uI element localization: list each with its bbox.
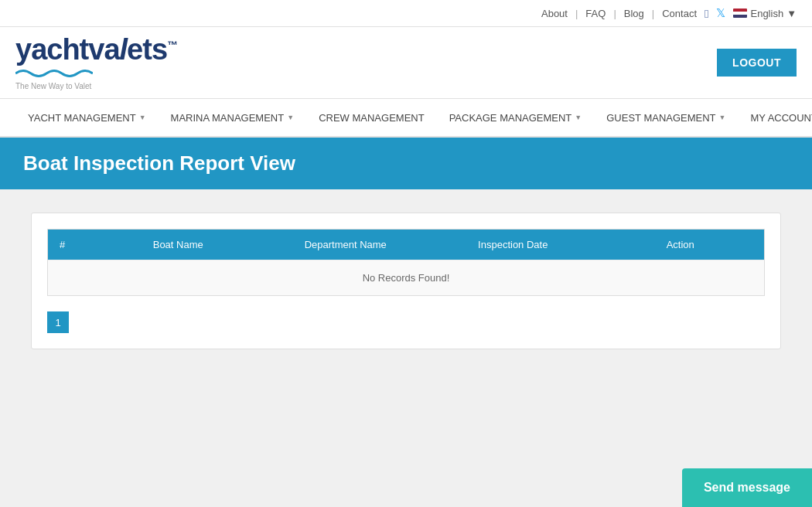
top-bar: About | FAQ | Blog | Contact  𝕏 English… (0, 0, 812, 27)
chevron-down-icon: ▼ (139, 114, 146, 121)
nav-yacht-management[interactable]: YACHT MANAGEMENT ▼ (15, 99, 159, 138)
chevron-down-icon: ▼ (786, 8, 797, 19)
nav-my-account[interactable]: MY ACCOUNT ▼ (739, 99, 813, 138)
send-message-button[interactable]: Send message (682, 468, 812, 507)
flag-icon (733, 9, 747, 18)
col-boat-name: Boat Name (94, 230, 262, 260)
logo[interactable]: yachtvalets™ The New Way to Valet (15, 35, 177, 90)
chevron-down-icon: ▼ (719, 114, 726, 121)
content-area: # Boat Name Department Name Inspection D… (0, 189, 812, 498)
logo-wave (15, 66, 93, 81)
inspection-table-wrapper: # Boat Name Department Name Inspection D… (47, 229, 765, 296)
page-title-bar: Boat Inspection Report View (0, 138, 812, 189)
page-title: Boat Inspection Report View (23, 151, 789, 175)
language-label: English (750, 8, 783, 19)
blog-link[interactable]: Blog (624, 8, 644, 19)
logout-button[interactable]: LOGOUT (717, 49, 797, 77)
col-action: Action (597, 230, 765, 260)
pagination: 1 (47, 311, 765, 333)
main-card: # Boat Name Department Name Inspection D… (31, 213, 781, 349)
empty-row: No Records Found! (48, 260, 764, 296)
facebook-icon[interactable]:  (705, 7, 708, 20)
col-inspection-date: Inspection Date (429, 230, 597, 260)
twitter-icon[interactable]: 𝕏 (716, 6, 725, 20)
divider-1: | (575, 8, 578, 19)
nav-package-management[interactable]: PACKAGE MANAGEMENT ▼ (437, 99, 595, 138)
col-number: # (48, 230, 94, 260)
faq-link[interactable]: FAQ (585, 8, 606, 19)
logo-tagline: The New Way to Valet (15, 82, 177, 90)
chevron-down-icon: ▼ (575, 114, 582, 121)
inspection-table: # Boat Name Department Name Inspection D… (48, 230, 764, 295)
page-1-button[interactable]: 1 (47, 311, 69, 333)
col-department-name: Department Name (262, 230, 430, 260)
navigation: YACHT MANAGEMENT ▼ MARINA MANAGEMENT ▼ C… (0, 99, 812, 138)
chevron-down-icon: ▼ (287, 114, 294, 121)
divider-2: | (613, 8, 616, 19)
about-link[interactable]: About (541, 8, 568, 19)
nav-crew-management[interactable]: CREW MANAGEMENT (306, 99, 437, 138)
language-selector[interactable]: English ▼ (733, 8, 797, 19)
logo-text: yachtvalets™ (15, 35, 177, 64)
divider-3: | (652, 8, 654, 19)
contact-link[interactable]: Contact (662, 8, 697, 19)
header: yachtvalets™ The New Way to Valet LOGOUT (0, 27, 812, 99)
nav-marina-management[interactable]: MARINA MANAGEMENT ▼ (159, 99, 307, 138)
empty-message: No Records Found! (48, 260, 764, 296)
nav-guest-management[interactable]: GUEST MANAGEMENT ▼ (594, 99, 738, 138)
